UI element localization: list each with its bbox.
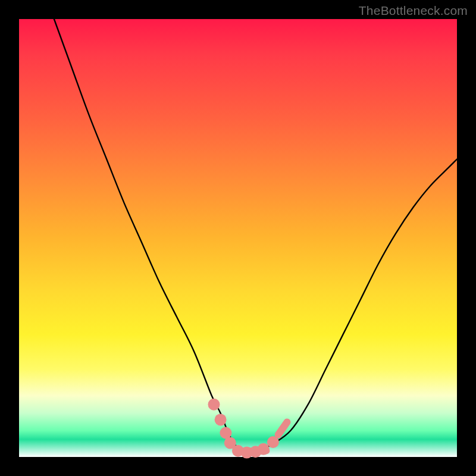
bottleneck-curve	[54, 19, 457, 453]
plot-area	[19, 19, 457, 457]
marker-left-1	[208, 399, 220, 411]
curve-svg	[19, 19, 457, 457]
marker-left-2	[215, 414, 227, 425]
marker-bottom-4	[258, 443, 270, 455]
watermark-text: TheBottleneck.com	[359, 4, 468, 18]
chart-frame: TheBottleneck.com	[0, 0, 476, 476]
marker-right-cluster	[278, 422, 287, 435]
data-markers	[208, 399, 287, 459]
